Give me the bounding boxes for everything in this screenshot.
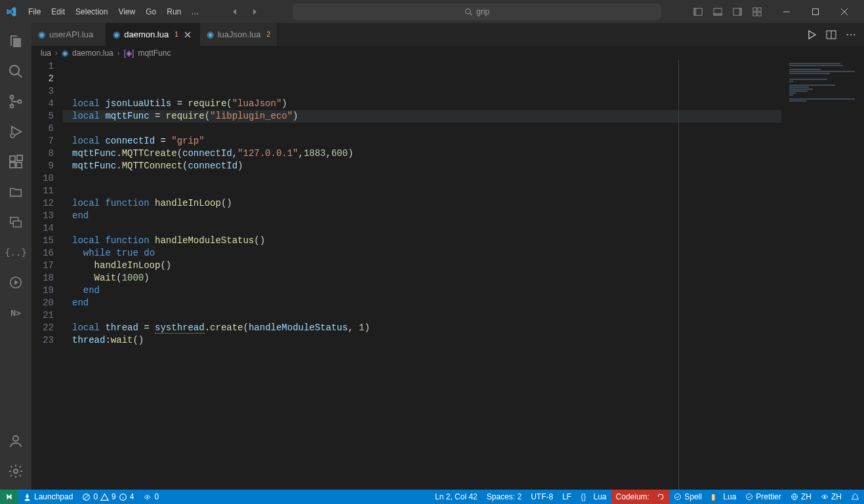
accounts-icon[interactable] xyxy=(0,428,31,454)
run-file-icon[interactable] xyxy=(806,29,817,40)
line-gutter: 1234567891011121314151617181920212223 xyxy=(31,60,63,490)
eol-button[interactable]: LF xyxy=(558,490,576,504)
menu-overflow[interactable]: … xyxy=(187,5,203,19)
menubar: File Edit Selection View Go Run … xyxy=(24,5,203,19)
split-editor-icon[interactable] xyxy=(826,29,836,40)
svg-line-37 xyxy=(85,495,89,499)
json-icon[interactable]: {..} xyxy=(0,239,31,265)
svg-rect-3 xyxy=(694,8,697,15)
layout-controls xyxy=(691,5,764,19)
svg-rect-9 xyxy=(758,7,761,10)
svg-rect-24 xyxy=(10,163,15,168)
svg-point-0 xyxy=(466,9,471,14)
launchpad-button[interactable]: Launchpad xyxy=(18,490,77,504)
ime-button-1[interactable]: ZH xyxy=(786,490,816,504)
spell-button[interactable]: Spell xyxy=(669,490,707,504)
svg-rect-23 xyxy=(10,156,15,161)
svg-point-42 xyxy=(675,494,681,500)
activitybar: {..} N> xyxy=(0,23,31,490)
menu-go[interactable]: Go xyxy=(141,5,161,19)
code-editor[interactable]: 1234567891011121314151617181920212223 lo… xyxy=(31,60,864,490)
minimize-icon[interactable] xyxy=(772,0,801,23)
svg-rect-5 xyxy=(714,12,722,15)
svg-point-18 xyxy=(10,96,14,99)
svg-rect-8 xyxy=(753,7,756,10)
breadcrumbs[interactable]: lua › ◉ daemon.lua › [◈] mqttFunc xyxy=(31,46,864,60)
menu-view[interactable]: View xyxy=(113,5,140,19)
tab-daemon[interactable]: ◉ daemon.lua 1 xyxy=(106,23,200,46)
nav-arrows xyxy=(226,3,263,20)
svg-rect-13 xyxy=(813,9,819,14)
lua-file-icon: ◉ xyxy=(62,48,68,58)
lua-file-icon: ◉ xyxy=(113,29,120,39)
svg-line-1 xyxy=(470,13,472,15)
window-controls xyxy=(772,0,859,23)
code-content[interactable]: local jsonLuaUtils = require("luaJson")l… xyxy=(63,60,785,490)
search-icon xyxy=(464,8,472,16)
remote-indicator[interactable] xyxy=(0,490,18,504)
menu-edit[interactable]: Edit xyxy=(47,5,70,19)
svg-point-16 xyxy=(10,66,19,75)
chat-icon[interactable] xyxy=(0,209,31,235)
svg-rect-10 xyxy=(753,12,756,15)
nav-back-icon[interactable] xyxy=(226,3,243,20)
extensions-icon[interactable] xyxy=(0,149,31,175)
svg-point-19 xyxy=(10,105,14,108)
n-icon[interactable]: N> xyxy=(0,300,31,326)
editor-area: ◉ userAPI.lua ◉ daemon.lua 1 ◉ luaJson.l… xyxy=(31,23,864,490)
settings-gear-icon[interactable] xyxy=(0,458,31,484)
svg-point-30 xyxy=(13,436,18,441)
language-mode-button[interactable]: {} Lua xyxy=(576,490,611,504)
indentation-button[interactable]: Spaces: 2 xyxy=(482,490,526,504)
menu-file[interactable]: File xyxy=(24,5,45,19)
tab-userapi[interactable]: ◉ userAPI.lua xyxy=(31,23,106,46)
tab-luajson[interactable]: ◉ luaJson.lua 2 xyxy=(200,23,278,46)
breadcrumb-seg[interactable]: lua xyxy=(41,48,51,58)
notifications-icon[interactable] xyxy=(846,490,864,504)
minimap[interactable] xyxy=(785,60,864,490)
svg-point-45 xyxy=(824,496,826,498)
layout-sidebar-right-icon[interactable] xyxy=(730,5,745,19)
search-activity-icon[interactable] xyxy=(0,58,31,85)
editor-tabs: ◉ userAPI.lua ◉ daemon.lua 1 ◉ luaJson.l… xyxy=(31,23,864,46)
explorer-icon[interactable] xyxy=(0,28,31,54)
tab-label: daemon.lua xyxy=(124,29,169,39)
maximize-icon[interactable] xyxy=(801,0,830,23)
live-icon[interactable] xyxy=(0,269,31,296)
more-actions-icon[interactable]: ⋯ xyxy=(846,28,856,41)
cursor-position[interactable]: Ln 2, Col 42 xyxy=(430,490,482,504)
layout-customize-icon[interactable] xyxy=(750,5,764,19)
breadcrumb-seg[interactable]: daemon.lua xyxy=(72,48,113,58)
tab-label: userAPI.lua xyxy=(49,29,93,39)
source-control-icon[interactable] xyxy=(0,88,31,115)
folder-icon[interactable] xyxy=(0,179,31,205)
svg-point-31 xyxy=(14,469,18,473)
menu-selection[interactable]: Selection xyxy=(71,5,112,19)
nav-forward-icon[interactable] xyxy=(246,3,263,20)
symbol-variable-icon: [◈] xyxy=(124,48,134,58)
chevron-right-icon: › xyxy=(55,48,58,58)
codeium-button[interactable]: Codeium: xyxy=(611,490,670,504)
svg-point-22 xyxy=(10,134,14,138)
problems-button[interactable]: 0 9 4 xyxy=(77,490,138,504)
breadcrumb-seg[interactable]: mqttFunc xyxy=(138,48,171,58)
ime-button-2[interactable]: ZH xyxy=(816,490,846,504)
encoding-button[interactable]: UTF-8 xyxy=(526,490,558,504)
command-center-search[interactable]: grip xyxy=(293,4,661,20)
layout-panel-icon[interactable] xyxy=(710,5,725,19)
svg-rect-26 xyxy=(17,155,22,161)
run-debug-icon[interactable] xyxy=(0,119,31,145)
ports-button[interactable]: 0 xyxy=(138,490,163,504)
svg-rect-25 xyxy=(16,163,22,168)
prettier-button[interactable]: Prettier xyxy=(741,490,786,504)
tab-close-icon[interactable] xyxy=(182,29,193,40)
statusbar: Launchpad 0 9 4 0 Ln 2, Col 42 Spaces: 2… xyxy=(0,490,864,504)
svg-rect-11 xyxy=(758,12,761,15)
svg-point-20 xyxy=(18,100,22,104)
layout-sidebar-left-icon[interactable] xyxy=(691,5,705,19)
luals-button[interactable]: ▮ Lua xyxy=(707,490,741,504)
svg-line-17 xyxy=(18,73,22,77)
menu-run[interactable]: Run xyxy=(162,5,186,19)
svg-rect-28 xyxy=(13,221,21,227)
close-icon[interactable] xyxy=(830,0,859,23)
